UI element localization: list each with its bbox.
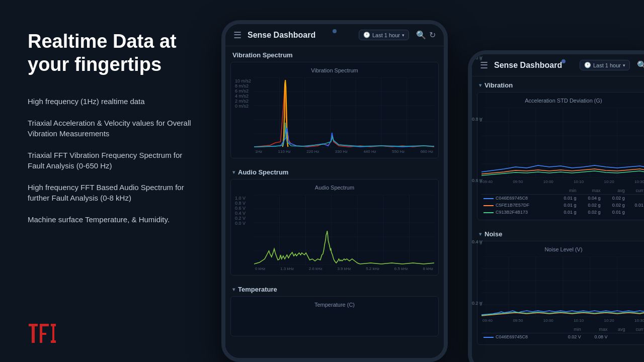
search-icon[interactable]: 🔍: [416, 30, 426, 40]
time-filter-left[interactable]: 🕐 Last 1 hour ▾: [359, 30, 409, 40]
temperature-header: ▾ Temperature: [225, 281, 444, 296]
right-vibration-label: Vibration: [485, 81, 513, 89]
audio-spectrum-label: Audio Spectrum: [238, 168, 288, 176]
noise-legend-row-1: C046E69745C8 0.02 V 0.08 V: [481, 333, 644, 341]
svg-rect-6: [52, 324, 54, 343]
features-list: High frequency (1Hz) realtime data Triax…: [28, 96, 196, 236]
feature-1: High frequency (1Hz) realtime data: [28, 96, 196, 107]
svg-rect-4: [40, 333, 46, 335]
phone-left: ☰ Sense Dashboard 🕐 Last 1 hour ▾ 🔍 ↻ Vi…: [221, 20, 448, 362]
audio-x-labels: 0 kHz 1.3 kHz 2.6 kHz 3.9 kHz 5.2 kHz 6.…: [254, 266, 434, 271]
legend-row-1: C046E69745C8 0.01 g 0.04 g 0.02 g: [481, 195, 644, 202]
vibration-chart-title: Vibration Spectrum: [235, 67, 434, 73]
time-filter-right[interactable]: 🕐 Last 1 hour ▾: [580, 60, 630, 70]
legend-row-2: C5FE1B7E57DF 0.01 g 0.02 g 0.02 g 0.01: [481, 202, 644, 209]
right-noise-y-labels: 1.0 V 0.8 V 0.6 V 0.4 V 0.2 V 0 V: [472, 76, 488, 362]
svg-rect-1: [32, 324, 35, 343]
phone-right-camera: [561, 59, 566, 63]
right-vibration-header: ▾ Vibration: [472, 76, 644, 92]
right-vibration-x-labels: 09:40 09:50 10:00 10:10 10:20 10:30: [481, 179, 644, 184]
feature-4: High frequency FFT Based Audio Spectrum …: [28, 182, 196, 203]
phone-right-chevron-icon: ▾: [623, 63, 625, 68]
temp-chevron-icon: ▾: [232, 287, 235, 292]
audio-spectrum-header: ▾ Audio Spectrum: [225, 163, 444, 179]
vibration-spectrum-chart: Vibration Spectrum 10 m/s2 8 m/s2 6 m/s2…: [230, 62, 439, 158]
clock-icon: 🕐: [363, 32, 370, 38]
right-noise-area: [481, 256, 644, 317]
phone-right-time-label: Last 1 hour: [593, 62, 621, 68]
vibration-x-labels: 1Hz 110 Hz 220 Hz 330 Hz 440 Hz 550 Hz 6…: [254, 149, 434, 154]
right-noise-header: ▾ Noise: [472, 225, 644, 241]
audio-y-labels: 1.0 V 0.8 V 0.6 V 0.4 V 0.2 V 0.0 V: [235, 195, 254, 227]
phone-camera: [333, 29, 337, 33]
left-panel: Realtime Data at your fingertips High fr…: [0, 0, 216, 362]
right-noise-chart-title: Noise Level (V): [481, 246, 644, 252]
logo-area: [28, 322, 58, 347]
temp-chart-title: Temperature (C): [235, 302, 434, 308]
vibration-chart-area: [254, 77, 434, 148]
svg-rect-7: [51, 340, 56, 343]
right-noise-chart: Noise Level (V) 1.0 V 0.8 V 0.6 V 0.4 V …: [477, 241, 644, 345]
phone-right-topbar: ☰ Sense Dashboard 🕐 Last 1 hour ▾ 🔍: [472, 54, 644, 76]
phone-right-search-icon[interactable]: 🔍: [637, 60, 644, 70]
right-vibration-chart-title: Acceleration STD Deviation (G): [481, 98, 644, 104]
temperature-label: Temperature: [238, 286, 277, 293]
feature-3: Triaxial FFT Vibration Frequency Spectru…: [28, 150, 196, 171]
vibration-spectrum-label: Vibration Spectrum: [232, 51, 293, 59]
tfi-logo: [28, 322, 58, 347]
audio-spectrum-chart: Audio Spectrum 1.0 V 0.8 V 0.6 V 0.4 V 0…: [230, 179, 439, 276]
phone-left-title: Sense Dashboard: [248, 31, 359, 40]
phone-right: ☰ Sense Dashboard 🕐 Last 1 hour ▾ 🔍 ▾ Vi…: [468, 50, 644, 362]
phone-right-title: Sense Dashboard: [494, 61, 580, 70]
right-vibration-area: [481, 108, 644, 178]
phone-right-clock-icon: 🕐: [584, 62, 591, 68]
vibration-y-labels: 10 m/s2 8 m/s2 6 m/s2 4 m/s2 2 m/s2 0 m/…: [235, 77, 254, 110]
phone-left-content: Vibration Spectrum Vibration Spectrum 10…: [225, 46, 444, 358]
temperature-chart: Temperature (C): [230, 296, 439, 336]
chevron-down-icon: ▾: [402, 33, 405, 38]
menu-icon[interactable]: ☰: [233, 30, 242, 41]
headline: Realtime Data at your fingertips: [28, 30, 196, 76]
time-filter-label: Last 1 hour: [372, 32, 400, 38]
vibration-legend: min max avg curr C046E69745C8 0.01 g 0.0…: [481, 187, 644, 216]
noise-legend: min max avg curr C046E69745C8 0.02 V 0.0…: [481, 326, 644, 340]
legend-row-3: C913B2F4B173 0.01 g 0.02 g 0.01 g: [481, 209, 644, 216]
audio-chart-area: [254, 195, 434, 265]
phone-right-content: ▾ Vibration Acceleration STD Deviation (…: [472, 76, 644, 362]
right-vibration-chart: Acceleration STD Deviation (G) 1.0 g 0.8…: [477, 92, 644, 220]
audio-chart-title: Audio Spectrum: [235, 185, 434, 191]
refresh-icon[interactable]: ↻: [429, 30, 436, 40]
phone-left-topbar: ☰ Sense Dashboard 🕐 Last 1 hour ▾ 🔍 ↻: [225, 24, 444, 46]
right-noise-x-labels: 09:40 09:50 10:00 10:10 10:20 10:30: [481, 318, 644, 323]
feature-2: Triaxial Acceleration & Velocity values …: [28, 118, 196, 139]
vibration-spectrum-header: Vibration Spectrum: [225, 46, 444, 62]
audio-chevron-icon: ▾: [232, 169, 235, 175]
feature-5: Machine surface Temperature, & Humidity.: [28, 214, 196, 225]
